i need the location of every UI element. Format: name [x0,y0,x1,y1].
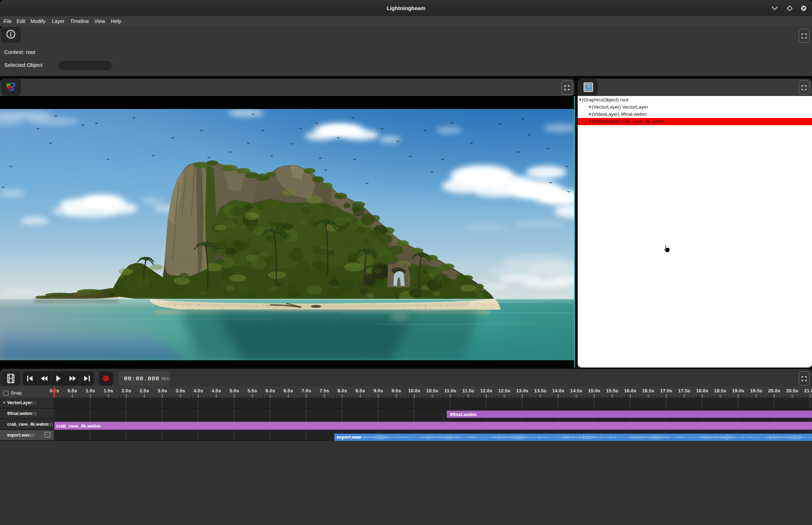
svg-text:?: ? [587,85,590,90]
